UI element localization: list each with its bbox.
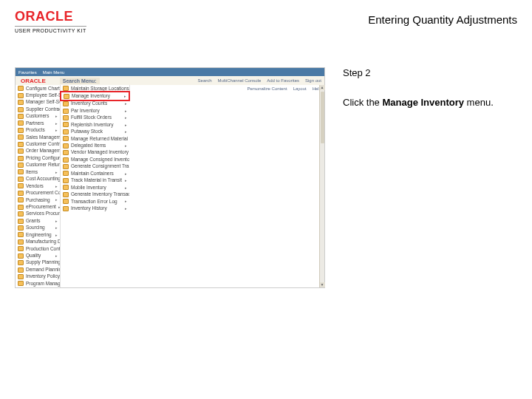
folder-icon xyxy=(63,129,69,134)
menu-item[interactable]: Vendor Managed Inventory▸ xyxy=(61,149,129,156)
chevron-right-icon: ▸ xyxy=(55,128,58,133)
menu-item[interactable]: Par Inventory▸ xyxy=(61,107,129,114)
personalize-link[interactable]: Personalize Content xyxy=(248,86,287,91)
menu-item[interactable]: Sales Management▸ xyxy=(16,134,60,140)
menu-item[interactable]: Generate Consignment Transactions▸ xyxy=(61,163,129,170)
menu-item[interactable]: Cost Accounting▸ xyxy=(16,176,60,183)
chevron-right-icon: ▸ xyxy=(55,184,58,189)
instruction-text: Click the Manage Inventory menu. xyxy=(343,96,520,109)
brand-block: ORACLE USER PRODUCTIVITY KIT xyxy=(15,9,86,33)
menu-item[interactable]: Vendors▸ xyxy=(16,183,60,189)
menu-item[interactable]: Quality▸ xyxy=(16,253,60,259)
menu-item-label: Customer Contracts xyxy=(26,141,60,147)
folder-icon xyxy=(18,267,24,273)
favorites-menu[interactable]: Favorites xyxy=(18,70,37,75)
menu-item[interactable]: Inventory History▸ xyxy=(61,205,129,211)
menu-item[interactable]: Replenish Inventory▸ xyxy=(61,121,129,128)
folder-icon xyxy=(63,101,69,106)
menu-item-manage-inventory[interactable]: Manage Inventory▸ xyxy=(60,91,130,100)
menu-item-label: Supply Planning xyxy=(26,259,60,265)
folder-icon xyxy=(18,246,24,251)
menu-item[interactable]: eProcurement▸ xyxy=(16,203,60,210)
menu-item[interactable]: Customer Returns▸ xyxy=(16,162,60,168)
folder-icon xyxy=(18,274,24,279)
menu-item[interactable]: Delegated Items▸ xyxy=(61,143,129,149)
menu-item[interactable]: Employee Self-Service▸ xyxy=(16,92,60,98)
menu-item-label: Program Management xyxy=(26,281,60,287)
folder-icon xyxy=(63,206,69,211)
instruction-suffix: menu. xyxy=(464,97,494,108)
scrollbar[interactable]: ▲ ▼ xyxy=(319,85,324,287)
menu-item[interactable]: Manage Returned Material▸ xyxy=(61,135,129,142)
chevron-right-icon: ▸ xyxy=(55,253,58,259)
menu-item[interactable]: Sourcing▸ xyxy=(16,225,60,231)
main-menu[interactable]: Main Menu xyxy=(43,70,65,75)
scroll-thumb[interactable] xyxy=(321,92,324,143)
menu-item[interactable]: Putaway Stock▸ xyxy=(61,129,129,135)
chevron-right-icon: ▸ xyxy=(55,225,58,231)
menu-item-label: Customer Returns xyxy=(26,162,60,168)
chevron-right-icon: ▸ xyxy=(55,170,58,175)
folder-icon xyxy=(63,122,69,127)
menu-item[interactable]: Purchasing▸ xyxy=(16,197,60,203)
folder-icon xyxy=(63,192,69,197)
menu-item-label: Grants xyxy=(26,218,41,224)
menu-item[interactable]: Items▸ xyxy=(16,168,60,175)
menu-item[interactable]: Services Procurement▸ xyxy=(16,211,60,217)
menu-item[interactable]: Supplier Contracts▸ xyxy=(16,106,60,112)
folder-icon xyxy=(18,107,24,112)
folder-icon xyxy=(63,136,69,141)
folder-icon xyxy=(64,94,69,99)
menu-item[interactable]: Program Management▸ xyxy=(16,280,60,287)
search-menu-label: Search Menu: xyxy=(60,78,100,84)
menu-item[interactable]: Partners▸ xyxy=(16,120,60,126)
link-search[interactable]: Search xyxy=(198,78,212,83)
menu-item[interactable]: Pricing Configuration▸ xyxy=(16,154,60,161)
menu-item-label: Items xyxy=(26,169,38,175)
folder-icon xyxy=(63,115,69,120)
menu-item[interactable]: Order Management▸ xyxy=(16,148,60,154)
menu-item[interactable]: Generate Inventory Transactions▸ xyxy=(61,191,129,198)
menu-item[interactable]: Manufacturing Definitions▸ xyxy=(16,239,60,245)
menu-item[interactable]: Procurement Contracts▸ xyxy=(16,190,60,197)
menu-item[interactable]: Manager Self-Service▸ xyxy=(16,99,60,106)
menu-item[interactable]: Production Control▸ xyxy=(16,245,60,252)
menu-item[interactable]: Products▸ xyxy=(16,127,60,134)
folder-icon xyxy=(18,253,24,259)
menu-item[interactable]: Demand Planning▸ xyxy=(16,266,60,273)
menu-item[interactable]: Grants▸ xyxy=(16,217,60,224)
scroll-up-icon[interactable]: ▲ xyxy=(320,85,325,90)
oracle-logo: ORACLE xyxy=(15,9,86,24)
app-screenshot: Favorites Main Menu ORACLE Search Menu: … xyxy=(15,67,325,288)
menu-item[interactable]: Customer Contracts▸ xyxy=(16,141,60,148)
menu-item[interactable]: Supply Planning▸ xyxy=(16,259,60,266)
layout-link[interactable]: Layout xyxy=(293,86,307,91)
menu-item[interactable]: Mobile Inventory▸ xyxy=(61,184,129,191)
menu-item-label: Inventory History xyxy=(71,205,107,211)
menu-item[interactable]: Maintain Containers▸ xyxy=(61,170,129,177)
link-signout[interactable]: Sign out xyxy=(305,78,321,83)
menu-item-label: eProcurement xyxy=(26,204,56,210)
link-add-fav[interactable]: Add to Favorites xyxy=(267,78,299,83)
menu-item[interactable]: Configure Chart▸ xyxy=(16,85,60,92)
scroll-down-icon[interactable]: ▼ xyxy=(320,282,325,287)
menu-item[interactable]: Customers▸ xyxy=(16,113,60,120)
ps-oracle-logo: ORACLE xyxy=(18,78,48,84)
folder-icon xyxy=(18,169,24,174)
menu-item[interactable]: Inventory Policy Planning▸ xyxy=(16,273,60,280)
menu-item[interactable]: Manage Consigned Inventory▸ xyxy=(61,156,129,163)
chevron-right-icon: ▸ xyxy=(124,94,126,99)
folder-icon xyxy=(63,150,69,155)
ps-topbar: Favorites Main Menu xyxy=(16,68,324,76)
menu-item[interactable]: Track Material in Transit▸ xyxy=(61,177,129,184)
menu-item[interactable]: Transaction Error Log▸ xyxy=(61,198,129,205)
menu-item[interactable]: Engineering▸ xyxy=(16,231,60,238)
folder-icon xyxy=(63,109,69,114)
menu-item-label: Services Procurement xyxy=(26,211,60,216)
menu-item[interactable]: Inventory Counts▸ xyxy=(61,100,129,107)
folder-icon xyxy=(18,142,24,147)
menu-item-label: Putaway Stock xyxy=(71,129,103,134)
chevron-right-icon: ▸ xyxy=(125,123,127,128)
menu-item[interactable]: Fulfill Stock Orders▸ xyxy=(61,115,129,121)
link-multichannel[interactable]: MultiChannel Console xyxy=(218,78,262,83)
